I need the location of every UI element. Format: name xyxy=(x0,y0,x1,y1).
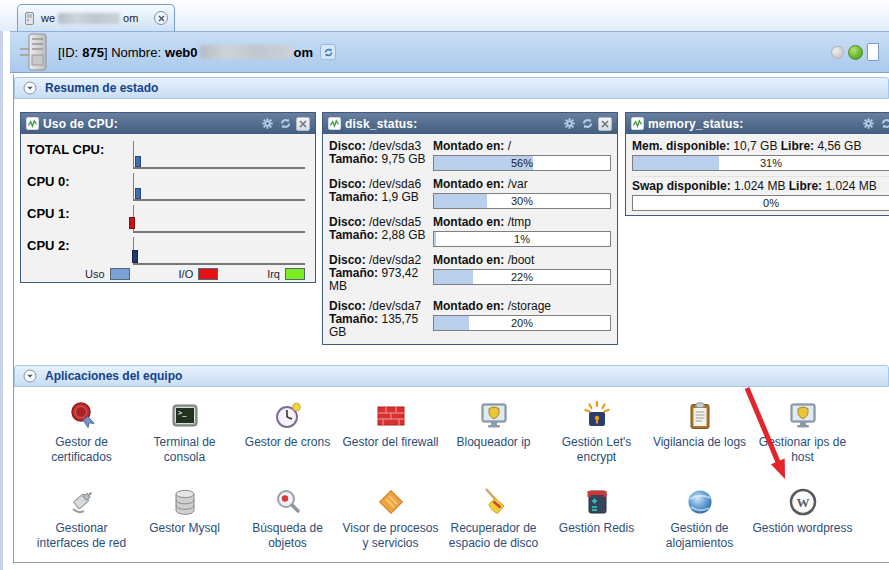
app-terminal-consola[interactable]: >_ Terminal de consola xyxy=(133,392,236,478)
app-gestion-wordpress[interactable]: W Gestión wordpress xyxy=(751,478,854,564)
cpu-row-label: CPU 2: xyxy=(21,235,133,267)
app-gestor-mysql[interactable]: Gestor Mysql xyxy=(133,478,236,564)
cpu-mini-chart xyxy=(133,141,305,169)
legend-label-irq: Irq xyxy=(267,268,280,280)
app-interfaces-red[interactable]: Gestionar interfaces de red xyxy=(30,478,133,564)
collapse-toggle-icon[interactable] xyxy=(23,369,37,383)
process-diamond-icon xyxy=(375,486,407,518)
section-header-apps[interactable]: Aplicaciones del equipo xyxy=(14,365,889,387)
disk-row: Disco: /dev/sda2Tamaño: 973,42 MB Montad… xyxy=(329,254,611,293)
app-label: Vigilancia de logs xyxy=(653,435,746,450)
app-recuperador-espacio[interactable]: Recuperador de espacio de disco xyxy=(442,478,545,564)
magnifier-icon xyxy=(272,486,304,518)
chart-mini-icon xyxy=(631,117,644,130)
memory-row: Swap disponible: 1.024 MB Libre: 1.024 M… xyxy=(632,176,889,211)
gear-icon[interactable] xyxy=(861,117,875,131)
app-label: Gestor de certificados xyxy=(31,435,132,465)
app-label: Gestor de crons xyxy=(245,435,330,450)
panel-title: disk_status: xyxy=(345,117,417,131)
progress-label: 1% xyxy=(434,232,610,246)
app-label: Gestionar ips de host xyxy=(752,435,853,465)
app-bloqueador-ip[interactable]: Bloqueador ip xyxy=(442,392,545,478)
brick-wall-icon xyxy=(375,400,407,432)
app-gestion-redis[interactable]: Gestión Redis xyxy=(545,478,648,564)
progress-bar: 31% xyxy=(632,155,889,171)
server-tab[interactable]: weom xyxy=(17,4,175,31)
cpu-mini-chart xyxy=(133,173,305,201)
cpu-row-1: CPU 1: xyxy=(21,203,315,235)
app-visor-procesos[interactable]: Visor de procesos y servicios xyxy=(339,478,442,564)
app-label: Recuperador de espacio de disco xyxy=(443,521,544,551)
progress-label: 56% xyxy=(434,156,610,170)
refresh-icon[interactable] xyxy=(879,117,889,131)
clipboard-icon xyxy=(684,400,716,432)
app-label: Gestión Redis xyxy=(559,521,634,536)
terminal-icon: >_ xyxy=(169,400,201,432)
app-gestionar-ips-host[interactable]: Gestionar ips de host xyxy=(751,392,854,478)
cpu-legend: Uso I/O Irq xyxy=(21,267,315,280)
globe-icon xyxy=(684,486,716,518)
refresh-icon[interactable] xyxy=(278,117,292,131)
left-edge-strip xyxy=(0,31,3,570)
legend-swatch-irq xyxy=(285,268,305,280)
legend-label-io: I/O xyxy=(179,268,194,280)
app-label: Gestión de alojamientos xyxy=(649,521,750,551)
legend-swatch-io xyxy=(198,268,218,280)
lets-encrypt-lock-icon xyxy=(581,400,613,432)
disk-status-panel: disk_status: Disco: /dev/sda3Tamaño: 9,7… xyxy=(322,112,618,345)
monitor-shield-icon xyxy=(787,400,819,432)
app-vigilancia-logs[interactable]: Vigilancia de logs xyxy=(648,392,751,478)
cpu-usage-bar xyxy=(132,250,138,263)
svg-text:W: W xyxy=(796,495,809,510)
panel-header: disk_status: xyxy=(323,113,617,134)
memory-row: Mem. disponible: 10,7 GB Libre: 4,56 GB … xyxy=(632,138,889,171)
legend-swatch-uso xyxy=(110,268,130,280)
tab-close-icon[interactable] xyxy=(154,11,168,25)
server-header-bar: [ID:875] Nombre: web0om xyxy=(10,31,889,73)
cpu-row-2: CPU 2: xyxy=(21,235,315,267)
cpu-row-total: TOTAL CPU: xyxy=(21,139,315,171)
disk-row: Disco: /dev/sda3Tamaño: 9,75 GB Montado … xyxy=(329,140,611,171)
gear-icon[interactable] xyxy=(562,117,576,131)
cpu-row-label: CPU 0: xyxy=(21,171,133,203)
progress-label: 31% xyxy=(633,156,889,170)
app-label: Búsqueda de objetos xyxy=(237,521,338,551)
app-busqueda-objetos[interactable]: Búsqueda de objetos xyxy=(236,478,339,564)
app-label: Gestión wordpress xyxy=(752,521,852,536)
section-title: Aplicaciones del equipo xyxy=(45,369,182,383)
close-icon[interactable] xyxy=(598,117,612,131)
app-gestor-crons[interactable]: Gestor de crons xyxy=(236,392,339,478)
certificate-seal-icon xyxy=(66,400,98,432)
chart-mini-icon xyxy=(26,117,39,130)
progress-label: 20% xyxy=(434,316,610,330)
legend-label-uso: Uso xyxy=(85,268,105,280)
app-gestion-lets-encrypt[interactable]: Gestión Let's encrypt xyxy=(545,392,648,478)
close-icon[interactable] xyxy=(296,117,310,131)
progress-bar: 1% xyxy=(433,231,611,247)
svg-text:>_: >_ xyxy=(178,409,187,417)
collapse-toggle-icon[interactable] xyxy=(23,81,37,95)
section-header-status[interactable]: Resumen de estado xyxy=(14,77,889,99)
app-window: weom [ID:875] Nombre: web0om xyxy=(0,0,889,570)
app-gestor-firewall[interactable]: Gestor del firewall xyxy=(339,392,442,478)
cpu-mini-chart xyxy=(133,205,305,233)
refresh-icon[interactable] xyxy=(580,117,594,131)
tab-title: weom xyxy=(41,12,138,24)
progress-label: 30% xyxy=(434,194,610,208)
database-icon xyxy=(169,486,201,518)
progress-bar: 30% xyxy=(433,193,611,209)
refresh-icon[interactable] xyxy=(320,44,336,60)
app-label: Bloqueador ip xyxy=(456,435,530,450)
panel-title: Uso de CPU: xyxy=(43,117,118,131)
app-gestion-alojamientos[interactable]: Gestión de alojamientos xyxy=(648,478,751,564)
cpu-row-label: CPU 1: xyxy=(21,203,133,235)
disk-row: Disco: /dev/sda6Tamaño: 1,9 GB Montado e… xyxy=(329,178,611,209)
cpu-usage-bar xyxy=(135,188,141,199)
gear-icon[interactable] xyxy=(260,117,274,131)
cpu-usage-panel: Uso de CPU: TOTAL CPU: CPU 0: CPU 1: CPU xyxy=(20,112,316,283)
progress-bar: 22% xyxy=(433,269,611,285)
memory-status-panel: memory_status: Mem. disponible: 10,7 GB … xyxy=(625,112,889,216)
apps-grid: Gestor de certificados >_ Terminal de co… xyxy=(30,392,854,564)
app-gestor-certificados[interactable]: Gestor de certificados xyxy=(30,392,133,478)
cpu-row-0: CPU 0: xyxy=(21,171,315,203)
